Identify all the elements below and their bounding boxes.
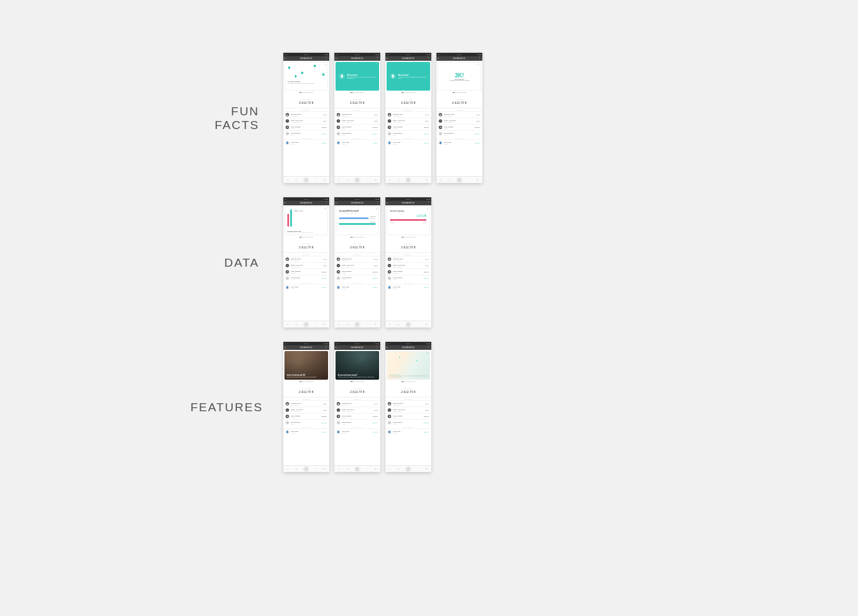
tab-settings[interactable]: ⚙: [374, 323, 377, 326]
nav-right-icons[interactable]: ⌕ ⋯: [326, 56, 328, 61]
table-row[interactable]: ☕Starbucks GmbHFood & Groceries-8,17 €: [334, 400, 380, 407]
table-row[interactable]: ☕Starbucks GmbHFood & Groceries-8,17 €: [283, 256, 329, 262]
nav-right-icons[interactable]: ⌕ ⋯: [377, 201, 379, 205]
nav-right-icons[interactable]: ⌕ ⋯: [377, 345, 379, 350]
hero-invite[interactable]: ✕Invite a friend and get 15€Number26 now…: [284, 351, 328, 380]
add-button[interactable]: ＋: [457, 177, 462, 183]
tab-settings[interactable]: ⚙: [425, 467, 428, 471]
tab-settings[interactable]: ⚙: [374, 178, 377, 182]
table-row[interactable]: 👤Clara FrantzPersonal+50,00 €: [283, 284, 329, 290]
close-icon[interactable]: ✕: [427, 208, 428, 210]
table-row[interactable]: ☕Starbucks GmbHFood & Groceries-8,17 €: [436, 111, 482, 118]
table-row[interactable]: ♪Spotify Music Intern.Media & Electronic…: [283, 262, 329, 268]
table-row[interactable]: ☕Starbucks GmbHFood & Groceries-8,17 €: [385, 256, 431, 262]
tab-settings[interactable]: ⚙: [323, 467, 326, 471]
table-row[interactable]: ☕Starbucks GmbHFood & Groceries-8,17 €: [385, 400, 431, 407]
nav-right-icons[interactable]: ⌕ ⋯: [428, 345, 430, 350]
table-row[interactable]: ↘PROJEKTEINSIncome+615,00 €: [385, 130, 431, 137]
tab-stats[interactable]: ◎: [448, 178, 451, 182]
hero-didyouknow2[interactable]: ✕Did you know?You pay more for your mobi…: [387, 62, 430, 91]
tab-stats[interactable]: ◎: [295, 323, 298, 326]
table-row[interactable]: ☕Starbucks GmbHFood & Groceries-8,17 €: [334, 256, 380, 262]
tab-fav[interactable]: ♡: [416, 178, 420, 182]
nav-right-icons[interactable]: ⌕ ⋯: [326, 345, 328, 350]
close-icon[interactable]: ✕: [427, 353, 428, 354]
tab-settings[interactable]: ⚙: [476, 178, 479, 182]
table-row[interactable]: ☕Starbucks GmbHFood & Groceries-8,17 €: [283, 111, 329, 118]
table-row[interactable]: ↘PROJEKTEINSIncome+615,00 €: [334, 275, 380, 281]
table-row[interactable]: 🛍Urban OutfittersShopping-159,00 €: [334, 268, 380, 275]
hero-saved[interactable]: ✕You saved 510 € this month!Compared to …: [336, 206, 379, 235]
add-button[interactable]: ＋: [405, 177, 411, 183]
add-button[interactable]: ＋: [354, 466, 360, 472]
table-row[interactable]: ↘PROJEKTEINSIncome+615,00 €: [385, 419, 431, 426]
tab-fav[interactable]: ♡: [467, 178, 471, 182]
tab-home[interactable]: ⌂: [388, 467, 392, 471]
tab-stats[interactable]: ◎: [397, 178, 400, 182]
tab-fav[interactable]: ♡: [365, 178, 369, 182]
table-row[interactable]: ↘PROJEKTEINSIncome+615,00 €: [436, 130, 482, 137]
table-row[interactable]: 👤Clara FrantzPersonal+50,00 €: [283, 428, 329, 435]
tab-stats[interactable]: ◎: [295, 178, 298, 182]
table-row[interactable]: ↘PROJEKTEINSIncome+615,00 €: [334, 419, 380, 426]
add-button[interactable]: ＋: [354, 322, 360, 328]
tab-home[interactable]: ⌂: [337, 178, 341, 182]
table-row[interactable]: 🛍Urban OutfittersShopping-159,00 €: [436, 124, 482, 130]
table-row[interactable]: 👤Clara FrantzPersonal+50,00 €: [334, 284, 380, 290]
table-row[interactable]: ♪Spotify Music Intern.Media & Electronic…: [283, 407, 329, 413]
add-button[interactable]: ＋: [354, 177, 360, 183]
nav-right-icons[interactable]: ⌕ ⋯: [479, 56, 481, 61]
table-row[interactable]: ↘PROJEKTEINSIncome+615,00 €: [334, 130, 380, 137]
table-row[interactable]: ↘PROJEKTEINSIncome+615,00 €: [283, 419, 329, 426]
table-row[interactable]: ☕Starbucks GmbHFood & Groceries-8,17 €: [283, 400, 329, 407]
add-button[interactable]: ＋: [303, 322, 309, 328]
table-row[interactable]: 🛍Urban OutfittersShopping-159,00 €: [283, 413, 329, 419]
table-row[interactable]: ↘PROJEKTEINSIncome+615,00 €: [385, 275, 431, 281]
hero-salary[interactable]: ✕ Your salary arrived! Your salary has b…: [284, 62, 328, 91]
tab-fav[interactable]: ♡: [314, 323, 318, 326]
table-row[interactable]: 🛍Urban OutfittersShopping-159,00 €: [283, 268, 329, 275]
tab-stats[interactable]: ◎: [397, 323, 400, 326]
table-row[interactable]: ♪Spotify Music Intern.Media & Electronic…: [334, 262, 380, 268]
table-row[interactable]: 👤Clara FrantzPersonal+50,00 €: [283, 139, 329, 146]
hero-novspend[interactable]: ✕November Spendings+15,0€-1119,47-1134,4…: [387, 206, 430, 235]
close-icon[interactable]: ✕: [427, 63, 429, 65]
table-row[interactable]: 👤Clara FrantzPersonal+50,00 €: [385, 284, 431, 290]
close-icon[interactable]: ✕: [325, 352, 327, 354]
tab-fav[interactable]: ♡: [314, 178, 318, 182]
hero-didyouknow1[interactable]: ✕Did you know?Berliners spend on average…: [336, 62, 379, 91]
table-row[interactable]: ↘PROJEKTEINSIncome+615,00 €: [283, 275, 329, 281]
table-row[interactable]: 👤Clara FrantzPersonal+50,00 €: [385, 139, 431, 146]
table-row[interactable]: ☕Starbucks GmbHFood & Groceries-8,17 €: [334, 111, 380, 118]
add-button[interactable]: ＋: [303, 466, 309, 472]
hero-borrow[interactable]: ✕Do you need some money?Apply for a payo…: [336, 351, 379, 380]
table-row[interactable]: 🛍Urban OutfittersShopping-159,00 €: [334, 124, 380, 130]
tab-stats[interactable]: ◎: [295, 467, 298, 471]
tab-fav[interactable]: ♡: [416, 467, 420, 471]
tab-settings[interactable]: ⚙: [425, 178, 428, 182]
table-row[interactable]: 👤Clara FrantzPersonal+50,00 €: [436, 139, 482, 146]
table-row[interactable]: 🛍Urban OutfittersShopping-159,00 €: [283, 124, 329, 130]
tab-stats[interactable]: ◎: [346, 467, 349, 471]
tab-settings[interactable]: ⚙: [374, 467, 377, 471]
close-icon[interactable]: ✕: [376, 63, 378, 65]
table-row[interactable]: 👤Clara FrantzPersonal+50,00 €: [385, 428, 431, 435]
table-row[interactable]: 🛍Urban OutfittersShopping-159,00 €: [385, 268, 431, 275]
tab-home[interactable]: ⌂: [286, 323, 290, 326]
add-button[interactable]: ＋: [303, 177, 309, 183]
table-row[interactable]: ☕Starbucks GmbHFood & Groceries-8,17 €: [385, 111, 431, 118]
table-row[interactable]: 👤Clara FrantzPersonal+50,00 €: [334, 428, 380, 435]
table-row[interactable]: ♪Spotify Music Intern.Media & Electronic…: [385, 407, 431, 413]
table-row[interactable]: ♪Spotify Music Intern.Media & Electronic…: [334, 118, 380, 124]
tab-home[interactable]: ⌂: [337, 467, 341, 471]
hero-threek[interactable]: ✕3K!Congratulations!You passed 3.000 € f…: [438, 62, 481, 91]
close-icon[interactable]: ✕: [325, 208, 326, 210]
table-row[interactable]: 🛍Urban OutfittersShopping-159,00 €: [385, 413, 431, 419]
close-icon[interactable]: ✕: [478, 64, 479, 65]
tab-settings[interactable]: ⚙: [323, 323, 326, 326]
nav-right-icons[interactable]: ⌕ ⋯: [326, 201, 328, 205]
table-row[interactable]: ♪Spotify Music Intern.Media & Electronic…: [385, 118, 431, 124]
table-row[interactable]: ♪Spotify Music Intern.Media & Electronic…: [283, 118, 329, 124]
tab-settings[interactable]: ⚙: [425, 323, 428, 326]
nav-right-icons[interactable]: ⌕ ⋯: [428, 56, 430, 61]
